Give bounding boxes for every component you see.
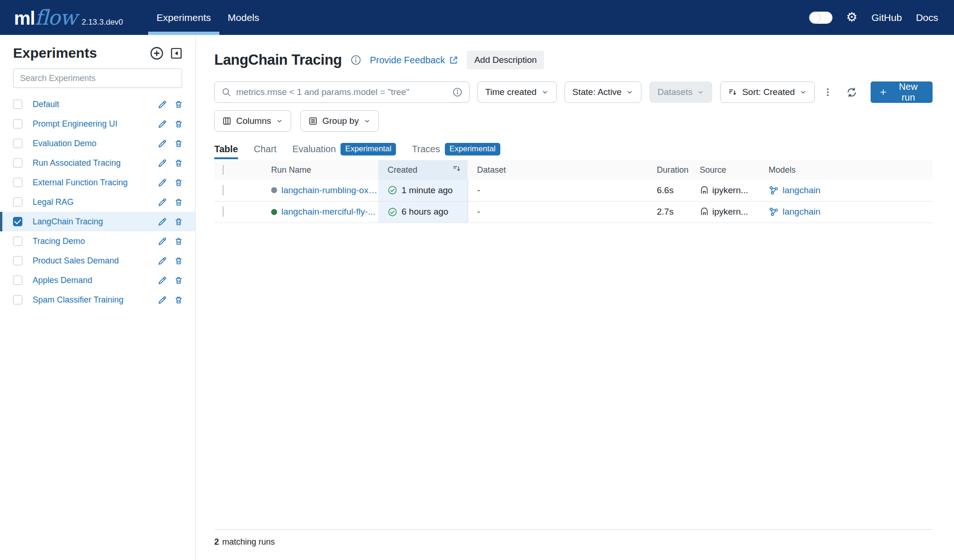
sidebar-item-tracing-demo[interactable]: Tracing Demo (0, 231, 195, 251)
edit-icon[interactable] (157, 236, 167, 246)
experiment-checkbox[interactable] (13, 236, 22, 246)
query-info-icon[interactable] (452, 87, 463, 97)
delete-icon[interactable] (174, 100, 183, 109)
column-header-source[interactable]: Source (694, 160, 760, 180)
experiment-label[interactable]: External Function Tracing (33, 178, 128, 188)
edit-icon[interactable] (157, 100, 167, 109)
delete-icon[interactable] (174, 139, 183, 148)
row-checkbox[interactable] (223, 206, 224, 217)
delete-icon[interactable] (174, 178, 183, 187)
time-created-dropdown[interactable]: Time created (477, 81, 557, 103)
source-value[interactable]: ipykern... (712, 207, 748, 217)
sort-dropdown[interactable]: Sort: Created (720, 81, 815, 103)
mlflow-logo[interactable]: mlflow 2.13.3.dev0 (14, 6, 123, 29)
sidebar-item-legal-rag[interactable]: Legal RAG (0, 192, 195, 212)
tab-traces[interactable]: Traces Experimental (412, 143, 500, 160)
run-name-link[interactable]: langchain-merciful-fly-... (281, 207, 375, 217)
collapse-sidebar-icon[interactable] (170, 47, 183, 60)
experiment-checkbox-checked[interactable] (13, 217, 22, 226)
experiment-checkbox[interactable] (13, 256, 22, 265)
sidebar-item-evaluation-demo[interactable]: Evaluation Demo (0, 134, 195, 153)
group-by-dropdown[interactable]: Group by (300, 110, 379, 132)
sidebar-item-apples-demand[interactable]: Apples Demand (0, 270, 195, 290)
edit-icon[interactable] (157, 197, 167, 207)
model-link[interactable]: langchain (769, 185, 933, 196)
experiment-label[interactable]: Evaluation Demo (33, 139, 96, 148)
delete-icon[interactable] (174, 276, 183, 285)
runs-search-input[interactable] (236, 87, 448, 97)
column-header-run-name[interactable]: Run Name (261, 160, 378, 180)
sidebar-item-langchain-tracing[interactable]: LangChain Tracing (0, 212, 195, 231)
experiment-checkbox[interactable] (13, 276, 22, 285)
delete-icon[interactable] (174, 256, 183, 265)
refresh-icon[interactable] (846, 87, 858, 98)
tab-evaluation[interactable]: Evaluation Experimental (293, 143, 396, 160)
delete-icon[interactable] (174, 198, 183, 207)
run-name-link[interactable]: langchain-rumbling-ox-... (281, 185, 378, 196)
github-link[interactable]: GitHub (872, 12, 902, 23)
delete-icon[interactable] (174, 159, 183, 168)
docs-link[interactable]: Docs (916, 12, 938, 23)
model-link[interactable]: langchain (769, 207, 933, 217)
experiment-label[interactable]: LangChain Tracing (33, 217, 103, 227)
select-all-checkbox[interactable] (223, 165, 224, 175)
columns-dropdown[interactable]: Columns (214, 110, 291, 132)
nav-tabs: Experiments Models (148, 0, 267, 35)
new-experiment-icon[interactable] (150, 46, 164, 61)
column-header-models[interactable]: Models (760, 160, 933, 180)
delete-icon[interactable] (174, 120, 183, 128)
experiment-checkbox[interactable] (13, 197, 22, 207)
column-header-duration[interactable]: Duration (647, 160, 694, 180)
experiment-checkbox[interactable] (13, 119, 22, 128)
column-header-dataset[interactable]: Dataset (468, 160, 647, 180)
provide-feedback-link[interactable]: Provide Feedback (370, 55, 458, 66)
experiment-label[interactable]: Product Sales Demand (33, 256, 119, 266)
info-icon[interactable] (350, 54, 361, 66)
experiment-label[interactable]: Legal RAG (33, 197, 74, 207)
nav-tab-models[interactable]: Models (219, 0, 268, 35)
experiment-checkbox[interactable] (13, 158, 22, 168)
column-header-created[interactable]: Created (378, 160, 468, 180)
experiment-checkbox[interactable] (13, 295, 22, 304)
edit-icon[interactable] (157, 158, 167, 168)
row-checkbox[interactable] (223, 185, 224, 196)
experiment-label[interactable]: Prompt Engineering UI (33, 119, 117, 129)
edit-icon[interactable] (157, 119, 167, 129)
edit-icon[interactable] (157, 256, 167, 266)
experiment-checkbox[interactable] (13, 178, 22, 187)
delete-icon[interactable] (174, 296, 183, 304)
experiment-label[interactable]: Spam Classifier Training (33, 295, 123, 305)
sidebar-item-product-sales-demand[interactable]: Product Sales Demand (0, 251, 195, 270)
sidebar-item-prompt-engineering-ui[interactable]: Prompt Engineering UI (0, 114, 195, 134)
more-menu-icon[interactable] (823, 87, 833, 97)
sidebar-item-run-associated-tracing[interactable]: Run Associated Tracing (0, 153, 195, 173)
experiment-label[interactable]: Run Associated Tracing (33, 158, 121, 168)
search-experiments-input[interactable] (13, 68, 182, 88)
state-dropdown[interactable]: State: Active (565, 81, 642, 103)
edit-icon[interactable] (157, 295, 167, 305)
sort-descending-icon[interactable] (452, 164, 461, 173)
nav-tab-experiments-label: Experiments (157, 12, 211, 23)
edit-icon[interactable] (157, 217, 167, 227)
edit-icon[interactable] (157, 276, 167, 285)
add-description-button[interactable]: Add Description (467, 51, 544, 69)
edit-icon[interactable] (157, 178, 167, 188)
edit-icon[interactable] (157, 139, 167, 148)
tab-chart[interactable]: Chart (254, 144, 277, 159)
experiment-label[interactable]: Default (33, 100, 59, 109)
experiment-checkbox[interactable] (13, 139, 22, 148)
sidebar-item-external-function-tracing[interactable]: External Function Tracing (0, 173, 195, 192)
experiment-label[interactable]: Tracing Demo (33, 236, 85, 246)
source-value[interactable]: ipykern... (712, 185, 748, 196)
new-run-button[interactable]: New run (871, 81, 933, 103)
sidebar-item-default[interactable]: Default (0, 94, 195, 114)
experiment-label[interactable]: Apples Demand (33, 276, 92, 285)
experiment-checkbox[interactable] (13, 100, 22, 109)
theme-toggle[interactable] (809, 12, 832, 24)
nav-tab-experiments[interactable]: Experiments (148, 0, 219, 35)
tab-table[interactable]: Table (214, 144, 238, 159)
gear-icon[interactable]: ⚙ (846, 11, 858, 24)
delete-icon[interactable] (174, 237, 183, 246)
sidebar-item-spam-classifier-training[interactable]: Spam Classifier Training (0, 290, 195, 310)
delete-icon[interactable] (174, 217, 183, 226)
